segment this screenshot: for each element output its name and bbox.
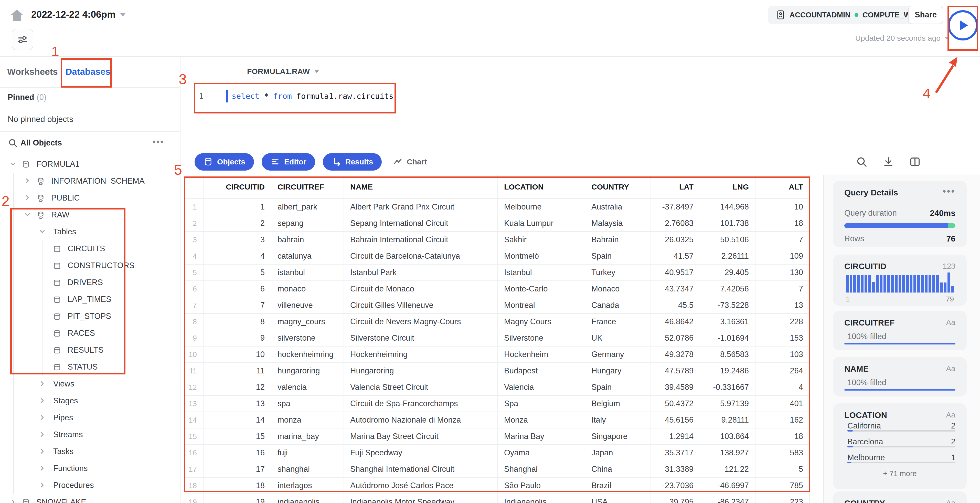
table-cell[interactable]: shanghai: [271, 461, 344, 478]
search-icon[interactable]: [856, 156, 868, 168]
table-cell[interactable]: Circuit de Spa-Francorchamps: [344, 396, 498, 412]
table-cell[interactable]: magny_cours: [271, 314, 344, 330]
ellipsis-icon[interactable]: •••: [943, 186, 955, 197]
table-cell[interactable]: albert_park: [271, 199, 344, 215]
column-header-lat[interactable]: LAT: [651, 175, 700, 199]
table-cell[interactable]: Shanghai International Circuit: [344, 461, 498, 478]
table-cell[interactable]: Italy: [585, 412, 651, 428]
table-cell[interactable]: fuji: [271, 445, 344, 461]
table-cell[interactable]: 9.28111: [700, 412, 756, 428]
table-cell[interactable]: Circuit de Barcelona-Catalunya: [344, 248, 498, 264]
table-cell[interactable]: Hockenheim: [498, 347, 585, 363]
table-cell[interactable]: 8.56583: [700, 347, 756, 363]
table-cell[interactable]: -37.8497: [651, 199, 700, 215]
table-cell[interactable]: Magny Cours: [498, 314, 585, 330]
table-cell[interactable]: 162: [756, 412, 810, 428]
download-icon[interactable]: [882, 156, 894, 168]
table-cell[interactable]: Monte-Carlo: [498, 281, 585, 297]
table-cell[interactable]: Canada: [585, 297, 651, 314]
chevron-right-icon[interactable]: [38, 447, 46, 455]
chevron-right-icon[interactable]: [24, 177, 31, 185]
table-cell[interactable]: Circuit de Nevers Magny-Cours: [344, 314, 498, 330]
show-more-values[interactable]: + 71 more: [833, 470, 967, 478]
table-cell[interactable]: 109: [756, 248, 810, 264]
table-cell[interactable]: 144.968: [700, 199, 756, 215]
column-header-rownum[interactable]: [185, 175, 204, 199]
tree-item-snowflake[interactable]: SNOWFLAKE: [0, 494, 180, 503]
chevron-right-icon[interactable]: [38, 481, 46, 489]
table-cell[interactable]: 6: [204, 281, 271, 297]
table-cell[interactable]: Istanbul: [498, 264, 585, 281]
tree-item-races[interactable]: RACES: [0, 325, 180, 342]
table-cell[interactable]: 52.0786: [651, 330, 700, 347]
table-cell[interactable]: 14: [204, 412, 271, 428]
table-cell[interactable]: Albert Park Grand Prix Circuit: [344, 199, 498, 215]
table-cell[interactable]: Kuala Lumpur: [498, 215, 585, 232]
table-cell[interactable]: Autodromo Nazionale di Monza: [344, 412, 498, 428]
tree-item-information_schema[interactable]: INFORMATION_SCHEMA: [0, 173, 180, 190]
tree-item-stages[interactable]: Stages: [0, 393, 180, 409]
table-cell[interactable]: Marina Bay Street Circuit: [344, 428, 498, 445]
tree-item-raw[interactable]: RAW: [0, 207, 180, 224]
column-header-country[interactable]: COUNTRY: [585, 175, 651, 199]
table-cell[interactable]: Australia: [585, 199, 651, 215]
table-cell[interactable]: Indianapolis Motor Speedway: [344, 494, 498, 503]
table-cell[interactable]: 9: [204, 330, 271, 347]
table-cell[interactable]: 40.9517: [651, 264, 700, 281]
table-cell[interactable]: 41.57: [651, 248, 700, 264]
tree-item-streams[interactable]: Streams: [0, 427, 180, 443]
table-cell[interactable]: -46.6997: [700, 478, 756, 494]
table-cell[interactable]: 401: [756, 396, 810, 412]
table-cell[interactable]: -73.5228: [700, 297, 756, 314]
table-cell[interactable]: Valencia Street Circuit: [344, 379, 498, 396]
run-query-button[interactable]: [948, 10, 978, 40]
table-cell[interactable]: 10: [756, 199, 810, 215]
table-cell[interactable]: 4: [204, 248, 271, 264]
table-cell[interactable]: 18: [204, 478, 271, 494]
table-cell[interactable]: France: [585, 314, 651, 330]
table-cell[interactable]: Bahrain: [585, 232, 651, 248]
table-cell[interactable]: 2.76083: [651, 215, 700, 232]
table-cell[interactable]: 19: [204, 494, 271, 503]
table-cell[interactable]: 7.42056: [700, 281, 756, 297]
tree-item-public[interactable]: PUBLIC: [0, 190, 180, 207]
table-cell[interactable]: Melbourne: [498, 199, 585, 215]
table-cell[interactable]: 45.6156: [651, 412, 700, 428]
table-cell[interactable]: 43.7347: [651, 281, 700, 297]
chevron-right-icon[interactable]: [38, 397, 46, 404]
table-cell[interactable]: Bahrain International Circuit: [344, 232, 498, 248]
table-cell[interactable]: 29.405: [700, 264, 756, 281]
table-cell[interactable]: Circuit de Monaco: [344, 281, 498, 297]
table-cell[interactable]: 15: [204, 428, 271, 445]
table-cell[interactable]: 50.4372: [651, 396, 700, 412]
chevron-right-icon[interactable]: [38, 414, 46, 421]
table-cell[interactable]: 7: [756, 232, 810, 248]
tree-item-tasks[interactable]: Tasks: [0, 443, 180, 460]
tree-item-tables[interactable]: Tables: [0, 224, 180, 240]
table-cell[interactable]: Fuji Speedway: [344, 445, 498, 461]
tree-item-pipes[interactable]: Pipes: [0, 409, 180, 427]
chevron-right-icon[interactable]: [9, 498, 17, 503]
table-cell[interactable]: monaco: [271, 281, 344, 297]
table-cell[interactable]: 7: [756, 281, 810, 297]
table-cell[interactable]: Shanghai: [498, 461, 585, 478]
column-header-circuitref[interactable]: CIRCUITREF: [271, 175, 344, 199]
tree-item-circuits[interactable]: CIRCUITS: [0, 240, 180, 257]
table-cell[interactable]: Hockenheimring: [344, 347, 498, 363]
table-cell[interactable]: 46.8642: [651, 314, 700, 330]
table-cell[interactable]: 153: [756, 330, 810, 347]
table-cell[interactable]: 5.97139: [700, 396, 756, 412]
tree-item-constructors[interactable]: CONSTRUCTORS: [0, 257, 180, 274]
table-cell[interactable]: spa: [271, 396, 344, 412]
table-cell[interactable]: 4: [756, 379, 810, 396]
table-cell[interactable]: Oyama: [498, 445, 585, 461]
table-cell[interactable]: Istanbul Park: [344, 264, 498, 281]
table-cell[interactable]: 101.738: [700, 215, 756, 232]
table-cell[interactable]: 13: [756, 297, 810, 314]
sql-editor-line[interactable]: 1 select * from formula1.raw.circuits: [181, 90, 488, 105]
table-cell[interactable]: 19.2486: [700, 363, 756, 379]
table-cell[interactable]: Silverstone: [498, 330, 585, 347]
table-cell[interactable]: hungaroring: [271, 363, 344, 379]
chevron-down-icon[interactable]: [24, 211, 31, 218]
table-cell[interactable]: 39.795: [651, 494, 700, 503]
